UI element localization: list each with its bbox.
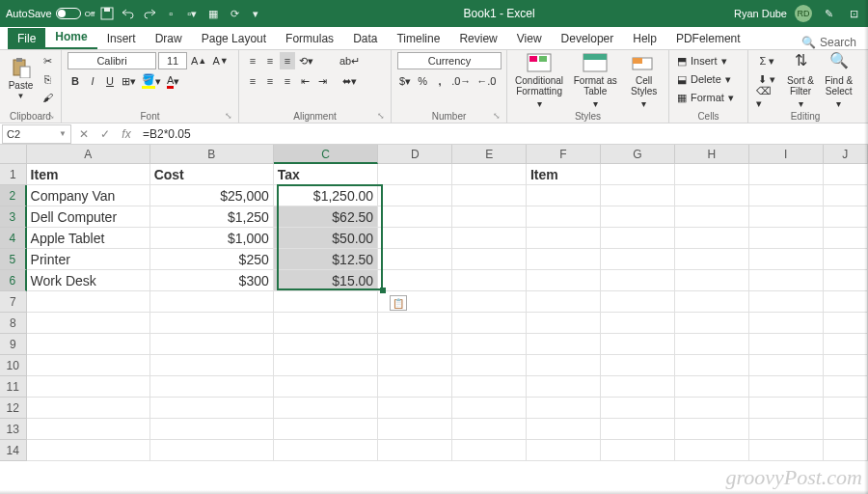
dialog-launcher-icon[interactable]: ⤡ [225, 111, 232, 121]
align-middle-button[interactable]: ≡ [262, 52, 278, 69]
row-header-13[interactable]: 13 [0, 419, 27, 440]
qat-btn-1[interactable]: ▫ [162, 5, 179, 22]
tab-file[interactable]: File [8, 28, 45, 49]
cell-E13[interactable] [452, 419, 527, 440]
cell-C4[interactable]: $50.00 [274, 228, 378, 249]
cell-H14[interactable] [675, 440, 749, 461]
col-header-C[interactable]: C [274, 145, 378, 164]
cell-A3[interactable]: Dell Computer [27, 206, 150, 228]
cell-B2[interactable]: $25,000 [150, 185, 274, 206]
cell-G11[interactable] [601, 376, 675, 398]
cell-B7[interactable] [150, 291, 274, 313]
row-header-1[interactable]: 1 [0, 164, 27, 185]
tab-home[interactable]: Home [45, 26, 96, 49]
cell-H1[interactable] [675, 164, 749, 185]
tab-developer[interactable]: Developer [552, 28, 624, 49]
delete-cells-button[interactable]: ⬓Delete ▾ [675, 70, 733, 88]
decrease-indent-button[interactable]: ⇤ [297, 72, 312, 90]
align-top-button[interactable]: ≡ [245, 52, 260, 69]
cell-F4[interactable] [527, 228, 601, 249]
font-color-button[interactable]: A▾ [165, 72, 181, 90]
col-header-E[interactable]: E [452, 145, 527, 164]
tab-draw[interactable]: Draw [146, 28, 192, 49]
cell-F5[interactable] [527, 249, 601, 270]
cell-C14[interactable] [274, 440, 378, 461]
cell-I7[interactable] [749, 291, 824, 313]
cell-B13[interactable] [150, 419, 274, 440]
cell-I9[interactable] [749, 334, 824, 355]
bold-button[interactable]: B [68, 72, 83, 90]
cell-A9[interactable] [27, 334, 150, 355]
cell-J10[interactable] [824, 355, 868, 376]
row-header-3[interactable]: 3 [0, 206, 27, 228]
paste-options-button[interactable]: 📋 [390, 295, 407, 311]
cell-J13[interactable] [824, 419, 868, 440]
cell-E3[interactable] [452, 206, 527, 228]
cell-E6[interactable] [452, 270, 527, 291]
cell-G4[interactable] [601, 228, 675, 249]
tab-insert[interactable]: Insert [97, 28, 146, 49]
cell-F1[interactable]: Item [527, 164, 601, 185]
format-painter-button[interactable]: 🖌 [40, 89, 55, 106]
cell-D10[interactable] [378, 355, 452, 376]
cell-D8[interactable] [378, 313, 452, 334]
redo-icon[interactable] [141, 5, 158, 22]
cell-E12[interactable] [452, 398, 527, 419]
cell-J14[interactable] [824, 440, 868, 461]
row-header-7[interactable]: 7 [0, 291, 27, 313]
cell-I12[interactable] [749, 398, 824, 419]
cell-H3[interactable] [675, 206, 749, 228]
cell-J11[interactable] [824, 376, 868, 398]
cell-G7[interactable] [601, 291, 675, 313]
col-header-F[interactable]: F [527, 145, 601, 164]
cell-J12[interactable] [824, 398, 868, 419]
qat-btn-4[interactable]: ⟳ [226, 5, 243, 22]
cell-B6[interactable]: $300 [150, 270, 274, 291]
cell-H7[interactable] [675, 291, 749, 313]
cell-E9[interactable] [452, 334, 527, 355]
cell-F12[interactable] [527, 398, 601, 419]
tab-data[interactable]: Data [343, 28, 387, 49]
italic-button[interactable]: I [85, 72, 100, 90]
comma-format-button[interactable]: , [432, 72, 448, 90]
col-header-G[interactable]: G [601, 145, 675, 164]
increase-indent-button[interactable]: ⇥ [314, 72, 330, 90]
cell-F14[interactable] [527, 440, 601, 461]
orientation-button[interactable]: ⟲▾ [297, 52, 315, 69]
cell-I1[interactable] [749, 164, 824, 185]
cell-I13[interactable] [749, 419, 824, 440]
cell-A5[interactable]: Printer [27, 249, 150, 270]
cut-button[interactable]: ✂ [40, 52, 55, 69]
copy-button[interactable]: ⎘ [40, 70, 55, 88]
cell-E7[interactable] [452, 291, 527, 313]
enter-formula-button[interactable]: ✓ [95, 124, 116, 144]
cell-G13[interactable] [601, 419, 675, 440]
cell-G2[interactable] [601, 185, 675, 206]
increase-decimal-button[interactable]: .0→ [449, 72, 473, 90]
cell-I8[interactable] [749, 313, 824, 334]
cell-B11[interactable] [150, 376, 274, 398]
cell-G14[interactable] [601, 440, 675, 461]
cell-H8[interactable] [675, 313, 749, 334]
row-header-6[interactable]: 6 [0, 270, 27, 291]
cell-B8[interactable] [150, 313, 274, 334]
cell-C2[interactable]: $1,250.00 [274, 185, 378, 206]
decrease-font-button[interactable]: A▼ [210, 52, 230, 69]
cell-H5[interactable] [675, 249, 749, 270]
cell-A7[interactable] [27, 291, 150, 313]
cell-B10[interactable] [150, 355, 274, 376]
cell-E11[interactable] [452, 376, 527, 398]
cell-I14[interactable] [749, 440, 824, 461]
col-header-B[interactable]: B [150, 145, 274, 164]
row-header-4[interactable]: 4 [0, 228, 27, 249]
col-header-H[interactable]: H [675, 145, 749, 164]
cell-C7[interactable] [274, 291, 378, 313]
clear-button[interactable]: ⌫ ▾ [754, 89, 780, 106]
cell-I4[interactable] [749, 228, 824, 249]
col-header-I[interactable]: I [749, 145, 824, 164]
cell-A13[interactable] [27, 419, 150, 440]
cell-J6[interactable] [824, 270, 868, 291]
cell-J1[interactable] [824, 164, 868, 185]
cell-A12[interactable] [27, 398, 150, 419]
col-header-D[interactable]: D [378, 145, 452, 164]
